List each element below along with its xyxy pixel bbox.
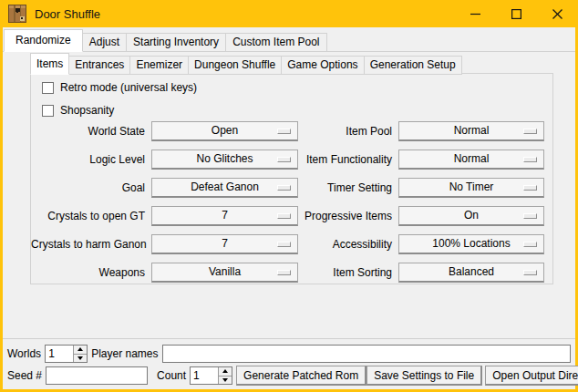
generate-patched-rom-button[interactable]: Generate Patched Rom — [236, 366, 366, 386]
triangle-down-icon — [77, 356, 83, 360]
sub-tab-bar: Items Entrances Enemizer Dungeon Shuffle… — [30, 52, 461, 74]
logic-level-dropdown[interactable]: No Glitches — [151, 150, 298, 170]
seed-label: Seed # — [7, 369, 42, 382]
item-sorting-value: Balanced — [449, 265, 494, 278]
count-spin-down-button[interactable] — [219, 376, 232, 385]
optionmenu-indicator-icon — [277, 185, 291, 191]
window-controls — [455, 0, 578, 27]
open-output-directory-button[interactable]: Open Output Directory — [485, 366, 578, 386]
count-input[interactable] — [191, 367, 218, 384]
timer-setting-label: Timer Setting — [298, 178, 398, 198]
optionmenu-indicator-icon — [523, 129, 537, 134]
optionmenu-indicator-icon — [277, 213, 291, 219]
app-door-icon — [8, 5, 26, 23]
bottom-panel: Worlds Player names Seed # Count — [3, 338, 575, 389]
retro-mode-row: Retro mode (universal keys) — [42, 81, 197, 94]
close-button[interactable] — [537, 0, 578, 27]
options-grid: World State Open Item Pool Normal Logic … — [31, 121, 544, 283]
worlds-spinner — [45, 345, 88, 363]
shopsanity-checkbox[interactable] — [42, 105, 54, 117]
shopsanity-label: Shopsanity — [60, 104, 114, 117]
optionmenu-indicator-icon — [523, 213, 537, 219]
worlds-spin-down-button[interactable] — [74, 354, 87, 363]
close-icon — [552, 9, 563, 19]
optionmenu-indicator-icon — [523, 157, 537, 162]
item-functionality-value: Normal — [454, 152, 490, 165]
items-panel: Retro mode (universal keys) Shopsanity W… — [30, 73, 553, 284]
player-names-input[interactable] — [162, 345, 572, 363]
progressive-items-value: On — [464, 209, 479, 222]
optionmenu-indicator-icon — [277, 157, 291, 162]
tab-randomize[interactable]: Randomize — [4, 29, 83, 52]
player-names-label: Player names — [91, 347, 158, 360]
tab-dungeon-shuffle[interactable]: Dungeon Shuffle — [188, 56, 282, 75]
tab-custom-item-pool[interactable]: Custom Item Pool — [225, 33, 326, 52]
count-spinner — [190, 366, 232, 385]
worlds-input[interactable] — [46, 346, 73, 362]
world-state-value: Open — [212, 124, 238, 137]
retro-mode-label: Retro mode (universal keys) — [60, 81, 197, 94]
save-settings-button[interactable]: Save Settings to File — [366, 366, 482, 386]
tab-generation-setup[interactable]: Generation Setup — [364, 56, 462, 75]
accessibility-dropdown[interactable]: 100% Locations — [398, 234, 544, 254]
logic-level-label: Logic Level — [31, 150, 151, 170]
retro-mode-checkbox[interactable] — [42, 82, 54, 94]
tab-entrances[interactable]: Entrances — [68, 56, 130, 75]
optionmenu-indicator-icon — [523, 242, 537, 247]
accessibility-value: 100% Locations — [432, 237, 510, 250]
progressive-items-dropdown[interactable]: On — [398, 206, 544, 226]
worlds-row: Worlds Player names — [7, 345, 571, 363]
weapons-label: Weapons — [31, 263, 151, 283]
item-sorting-label: Item Sorting — [298, 263, 398, 283]
progressive-items-label: Progressive Items — [298, 206, 398, 226]
count-label: Count — [157, 369, 186, 382]
worlds-spinner-arrows — [73, 346, 87, 362]
item-pool-value: Normal — [454, 124, 490, 137]
optionmenu-indicator-icon — [277, 270, 291, 275]
triangle-up-icon — [222, 369, 228, 373]
tab-game-options[interactable]: Game Options — [281, 56, 364, 75]
weapons-dropdown[interactable]: Vanilla — [151, 263, 298, 283]
triangle-up-icon — [77, 347, 83, 351]
world-state-label: World State — [31, 121, 151, 141]
tab-items[interactable]: Items — [30, 53, 69, 75]
maximize-button[interactable] — [496, 0, 537, 27]
optionmenu-indicator-icon — [523, 185, 537, 191]
count-spin-up-button[interactable] — [219, 367, 232, 376]
window: Door Shuffle Randomize Adjust Starting I… — [0, 0, 578, 392]
worlds-label: Worlds — [7, 347, 41, 360]
goal-label: Goal — [31, 178, 151, 198]
minimize-icon — [470, 9, 480, 19]
crystals-ganon-dropdown[interactable]: 7 — [151, 234, 298, 254]
worlds-spin-up-button[interactable] — [74, 346, 87, 354]
tab-enemizer[interactable]: Enemizer — [129, 56, 189, 75]
seed-row: Seed # Count Generate Patched Rom Save S… — [7, 366, 571, 386]
crystals-gt-value: 7 — [222, 209, 228, 222]
item-functionality-dropdown[interactable]: Normal — [398, 150, 544, 170]
seed-input[interactable] — [46, 366, 148, 385]
accessibility-label: Accessibility — [298, 234, 398, 254]
timer-setting-dropdown[interactable]: No Timer — [398, 178, 544, 198]
shopsanity-row: Shopsanity — [42, 104, 114, 117]
minimize-button[interactable] — [455, 0, 496, 27]
window-body: Randomize Adjust Starting Inventory Cust… — [3, 27, 575, 389]
triangle-down-icon — [222, 378, 228, 382]
crystals-ganon-label: Crystals to harm Ganon — [31, 234, 151, 254]
titlebar: Door Shuffle — [0, 0, 578, 27]
timer-setting-value: No Timer — [449, 181, 494, 193]
item-sorting-dropdown[interactable]: Balanced — [398, 263, 544, 283]
optionmenu-indicator-icon — [523, 270, 537, 275]
window-title: Door Shuffle — [35, 7, 100, 21]
item-pool-label: Item Pool — [298, 121, 398, 141]
goal-value: Defeat Ganon — [191, 181, 259, 193]
crystals-ganon-value: 7 — [222, 237, 228, 250]
maximize-icon — [511, 9, 521, 19]
crystals-gt-label: Crystals to open GT — [31, 206, 151, 226]
tab-starting-inventory[interactable]: Starting Inventory — [126, 33, 226, 52]
goal-dropdown[interactable]: Defeat Ganon — [151, 178, 298, 198]
item-pool-dropdown[interactable]: Normal — [398, 121, 544, 141]
tab-adjust[interactable]: Adjust — [82, 33, 127, 52]
world-state-dropdown[interactable]: Open — [151, 121, 298, 141]
crystals-gt-dropdown[interactable]: 7 — [151, 206, 298, 226]
item-functionality-label: Item Functionality — [298, 150, 398, 170]
